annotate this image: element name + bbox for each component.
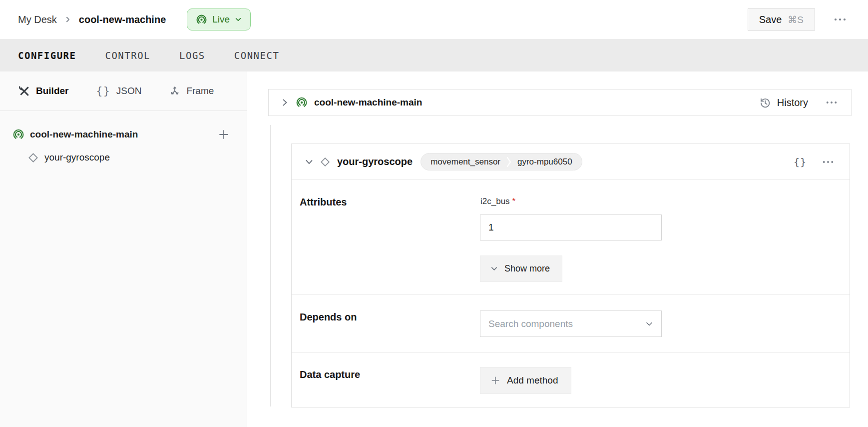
collapse-component-button[interactable] (305, 158, 313, 166)
ellipsis-icon (823, 160, 834, 164)
part-card-title: cool-new-machine-main (314, 97, 422, 108)
tag-separator-chevron-icon (506, 156, 511, 168)
chevron-down-icon (235, 16, 242, 23)
diamond-icon (27, 152, 39, 164)
nesting-guide-line (270, 125, 271, 406)
mode-frame[interactable]: Frame (169, 85, 214, 97)
ellipsis-icon (826, 101, 837, 104)
edit-json-button[interactable]: {} (794, 156, 807, 168)
chevron-down-icon (490, 265, 498, 272)
resource-tree: cool-new-machine-main your-gyroscope (0, 111, 247, 169)
tree-item-machine-part[interactable]: cool-new-machine-main (0, 123, 247, 146)
i2c-bus-field-label: i2c_bus* (480, 196, 515, 206)
tab-logs[interactable]: LOGS (179, 50, 205, 61)
depends-on-select[interactable] (480, 310, 662, 337)
header-overflow-menu-button[interactable] (830, 14, 850, 25)
tag-component-type: movement_sensor (431, 157, 500, 167)
plus-icon (218, 128, 230, 140)
breadcrumb-parent[interactable]: My Desk (18, 14, 57, 26)
frame-axes-icon (169, 85, 181, 97)
broadcast-icon (296, 96, 308, 108)
ellipsis-icon (834, 18, 846, 21)
machine-part-card: cool-new-machine-main History (268, 89, 852, 116)
mode-builder[interactable]: Builder (18, 85, 68, 98)
view-mode-toggle: Builder {} JSON Frame (0, 72, 247, 111)
machine-status-badge[interactable]: Live (187, 8, 251, 30)
component-type-tags: movement_sensor gyro-mpu6050 (421, 153, 582, 170)
history-icon (759, 96, 772, 109)
attributes-section-label: Attributes (300, 196, 347, 208)
primary-tabbar: CONFIGURE CONTROL LOGS CONNECT (0, 40, 868, 72)
breadcrumb-current: cool-new-machine (79, 14, 166, 26)
required-marker: * (512, 196, 516, 206)
add-method-button[interactable]: Add method (480, 367, 571, 394)
add-method-label: Add method (507, 375, 558, 386)
expand-part-button[interactable] (281, 98, 289, 106)
depends-on-section-label: Depends on (300, 312, 357, 323)
plus-icon (490, 376, 500, 386)
add-resource-button[interactable] (216, 126, 232, 142)
mode-json[interactable]: {} JSON (96, 85, 141, 97)
config-main-panel: cool-new-machine-main History (247, 72, 868, 427)
tag-component-model: gyro-mpu6050 (517, 157, 572, 167)
component-menu-button[interactable] (820, 158, 837, 166)
component-card-header: your-gyroscope movement_sensor gyro-mpu6… (292, 144, 850, 180)
tab-configure[interactable]: CONFIGURE (18, 50, 76, 61)
section-attributes: Attributes i2c_bus* Show more (292, 180, 850, 295)
broadcast-icon (196, 14, 207, 26)
tree-item-label: your-gyroscope (44, 152, 110, 163)
breadcrumb-chevron-icon (64, 16, 71, 23)
tab-control[interactable]: CONTROL (105, 50, 150, 61)
save-button-label: Save (759, 14, 782, 26)
section-depends-on: Depends on (292, 295, 850, 352)
field-label-text: i2c_bus (480, 196, 510, 206)
chevron-down-icon (645, 320, 653, 328)
mode-frame-label: Frame (186, 86, 214, 96)
diamond-icon (320, 156, 331, 168)
braces-icon: {} (794, 156, 807, 168)
data-capture-section-label: Data capture (300, 369, 360, 380)
i2c-bus-input[interactable] (480, 214, 662, 240)
history-button[interactable]: History (759, 96, 808, 109)
status-badge-label: Live (212, 14, 230, 25)
broadcast-icon (12, 128, 24, 140)
mode-builder-label: Builder (36, 86, 68, 96)
part-card-menu-button[interactable] (823, 98, 840, 107)
top-header: My Desk cool-new-machine Live Save ⌘S (0, 0, 868, 40)
braces-icon: {} (96, 85, 110, 97)
component-title: your-gyroscope (337, 156, 413, 168)
save-button[interactable]: Save ⌘S (748, 8, 815, 31)
component-card: your-gyroscope movement_sensor gyro-mpu6… (291, 144, 850, 408)
show-more-button[interactable]: Show more (480, 256, 562, 282)
tree-item-label: cool-new-machine-main (30, 129, 138, 140)
tree-item-component[interactable]: your-gyroscope (0, 146, 247, 169)
chevron-right-icon (281, 98, 289, 106)
config-sidebar: Builder {} JSON Frame (0, 72, 247, 427)
depends-on-search-input[interactable] (488, 318, 645, 330)
mode-json-label: JSON (116, 86, 142, 96)
show-more-label: Show more (504, 264, 550, 274)
history-button-label: History (777, 97, 808, 108)
chevron-down-icon (305, 158, 313, 166)
save-shortcut: ⌘S (788, 14, 804, 26)
app-window: My Desk cool-new-machine Live Save ⌘S (0, 0, 868, 427)
section-data-capture: Data capture Add method (292, 352, 850, 407)
tools-icon (18, 85, 30, 98)
tab-connect[interactable]: CONNECT (234, 50, 280, 61)
